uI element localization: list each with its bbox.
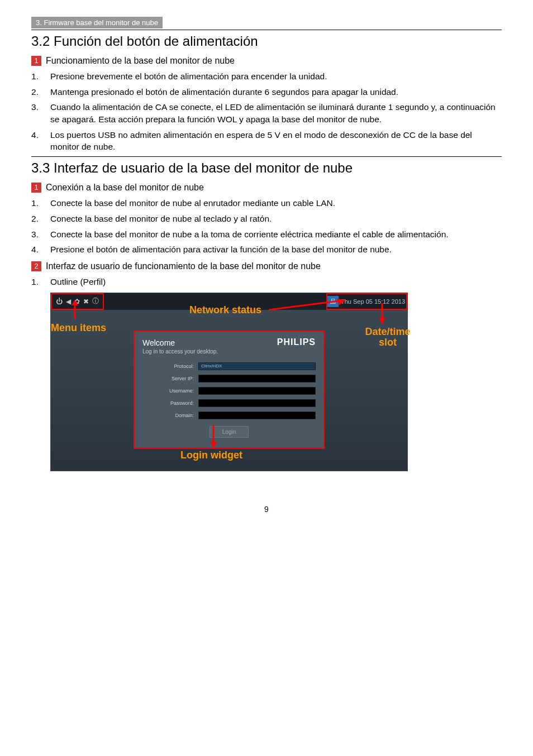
username-row: Username: xyxy=(142,387,316,395)
domain-label: Domain: xyxy=(142,413,198,418)
info-icon[interactable]: ⓘ xyxy=(92,296,99,306)
login-button[interactable]: Login xyxy=(210,426,249,438)
list-item: Conecte la base del monitor de nube al t… xyxy=(31,213,502,225)
list-item: Outline (Perfil) xyxy=(31,276,502,288)
svg-marker-5 xyxy=(379,318,386,324)
domain-row: Domain: xyxy=(142,412,316,419)
status-datetime-group: 品 Thu Sep 05 15:12 2013 xyxy=(326,293,407,310)
sub-title-label: Funcionamiento de la base del monitor de… xyxy=(46,56,235,66)
ui-body: PHILIPS Welcome Log in to access your de… xyxy=(51,310,407,471)
sub-title-3-3-2: 2 Interfaz de usuario de funcionamiento … xyxy=(31,261,502,271)
password-label: Password: xyxy=(142,400,198,406)
password-row: Password: xyxy=(142,399,316,407)
callout-login-widget: Login widget xyxy=(180,449,242,461)
datetime-text: Thu Sep 05 15:12 2013 xyxy=(341,298,405,305)
power-icon[interactable]: ⏻ xyxy=(56,298,63,305)
username-label: Username: xyxy=(142,388,198,394)
login-card: PHILIPS Welcome Log in to access your de… xyxy=(134,331,324,448)
section-3-2-title: 3.2 Función del botón de alimentación xyxy=(31,34,502,49)
list-item: Presione el botón de alimentación para a… xyxy=(31,243,502,256)
sub-title-3-3-1: 1 Conexión a la base del monitor de nube xyxy=(31,183,502,193)
list-item: Conecte la base del monitor de nube a la… xyxy=(31,228,502,241)
sub-title-label: Interfaz de usuario de funcionamiento de… xyxy=(46,261,321,271)
callout-menu-items: Menu items xyxy=(51,322,106,334)
server-row: Server IP: xyxy=(142,375,316,382)
list-item: Mantenga presionado el botón de alimenta… xyxy=(31,86,502,98)
list-3-3-2: Outline (Perfil) xyxy=(31,276,502,288)
document-page: 3. Firmware base del monitor de nube 3.2… xyxy=(0,0,533,536)
protocol-label: Protocol: xyxy=(142,363,198,369)
list-3-2: Presione brevemente el botón de alimenta… xyxy=(31,70,502,153)
welcome-sub: Log in to access your desktop. xyxy=(142,348,316,355)
section-3-3-title: 3.3 Interfaz de usuario de la base del m… xyxy=(31,160,502,176)
list-3-3-1: Conecte la base del monitor de nube al e… xyxy=(31,197,502,256)
brand-logo: PHILIPS xyxy=(277,337,316,347)
server-label: Server IP: xyxy=(142,376,198,381)
monitor-ui-window: ⏻ ◀ ✿ ✖ ⓘ 品 Thu Sep 05 15:12 2013 PHILIP… xyxy=(50,293,408,471)
menu-icons-group[interactable]: ⏻ ◀ ✿ ✖ ⓘ xyxy=(51,293,104,310)
sub-title-label: Conexión a la base del monitor de nube xyxy=(46,183,204,193)
gear-icon[interactable]: ✿ xyxy=(74,298,80,305)
list-item: Conecte la base del monitor de nube al e… xyxy=(31,197,502,209)
sub-title-3-2-1: 1 Funcionamiento de la base del monitor … xyxy=(31,56,502,66)
protocol-row: Protocol: Citrix/HDX xyxy=(142,362,316,370)
numbox-1-icon: 1 xyxy=(31,56,41,66)
ui-screenshot-figure: ⏻ ◀ ✿ ✖ ⓘ 品 Thu Sep 05 15:12 2013 PHILIP… xyxy=(50,293,408,471)
callout-network-status: Network status xyxy=(189,304,261,316)
breadcrumb: 3. Firmware base del monitor de nube xyxy=(31,17,163,28)
server-input[interactable] xyxy=(198,375,316,382)
tool-icon[interactable]: ✖ xyxy=(83,298,89,305)
network-status-icon[interactable]: 品 xyxy=(327,296,339,307)
username-input[interactable] xyxy=(198,387,316,395)
list-item: Los puertos USB no admiten alimentación … xyxy=(31,129,502,153)
password-input[interactable] xyxy=(198,399,316,407)
top-rule xyxy=(31,30,502,30)
mid-rule xyxy=(31,156,502,157)
list-item: Cuando la alimentación de CA se conecte,… xyxy=(31,101,502,125)
numbox-2-icon: 2 xyxy=(31,261,41,271)
protocol-select[interactable]: Citrix/HDX xyxy=(198,362,316,370)
callout-datetime: Date/time slot xyxy=(357,327,418,349)
page-number: 9 xyxy=(31,505,502,514)
back-icon[interactable]: ◀ xyxy=(66,298,71,305)
numbox-1-icon: 1 xyxy=(31,183,41,193)
list-item: Presione brevemente el botón de alimenta… xyxy=(31,70,502,83)
domain-input[interactable] xyxy=(198,412,316,419)
